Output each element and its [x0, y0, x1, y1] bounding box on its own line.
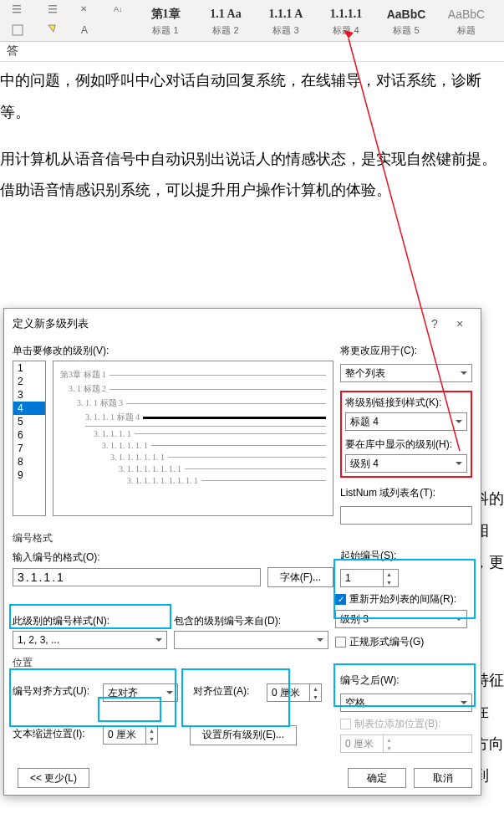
link-style-label: 将级别链接到样式(K): [345, 396, 467, 410]
number-style-label: 此级别的编号样式(N): [13, 614, 167, 628]
style-label: 标题 5 [393, 24, 419, 37]
legal-format-checkbox[interactable]: 正规形式编号(G) [335, 635, 467, 649]
number-style-select[interactable]: 1, 2, 3, ... [13, 631, 167, 649]
set-all-levels-button[interactable]: 设置所有级别(E)... [190, 725, 297, 745]
dialog-footer: << 更少(L) 确定 取消 [4, 761, 481, 795]
show-in-gallery-select[interactable]: 级别 4 [345, 454, 467, 473]
align-at-stepper[interactable]: ▲▼ [267, 683, 322, 702]
level-list-item[interactable]: 1 [13, 361, 45, 375]
ok-button[interactable]: 确定 [348, 768, 406, 788]
start-at-stepper[interactable]: ▲▼ [340, 569, 399, 587]
style-sample: 1.1.1.1 [330, 4, 363, 24]
align-label: 编号对齐方式(U): [13, 684, 96, 699]
level-list-item[interactable]: 7 [13, 442, 45, 455]
position-section: 位置 [13, 656, 472, 670]
spin-down-icon[interactable]: ▼ [146, 735, 157, 744]
number-format-section: 编号格式 [13, 531, 472, 545]
spin-down-icon[interactable]: ▼ [310, 693, 321, 701]
document-body: 中的问题，例如呼叫中心对话自动回复系统，在线辅导，对话系统，诊断等。 用计算机从… [0, 62, 504, 207]
svg-rect-0 [13, 5, 21, 7]
show-in-gallery-label: 要在库中显示的级别(H): [345, 438, 467, 452]
styles-gallery: 第1章 标题 1 1.1 Aa 标题 2 1.1.1 A 标题 3 1.1.1.… [135, 1, 504, 41]
annotation-red-box: 将级别链接到样式(K): 标题 4 要在库中显示的级别(H): 级别 4 [340, 391, 472, 478]
style-sample: AaBbC [448, 4, 485, 24]
style-label: 标题 2 [212, 24, 238, 37]
style-sample: 1.1.1 A [269, 4, 303, 24]
style-heading-5[interactable]: AaBbC 标题 5 [376, 1, 436, 41]
shading-icon[interactable] [45, 23, 59, 38]
level-list-item[interactable]: 6 [13, 428, 45, 442]
style-label: 标题 [457, 24, 476, 37]
click-level-label: 单击要修改的级别(V): [13, 344, 333, 358]
border-icon[interactable] [11, 23, 24, 38]
restart-level-select[interactable]: 级别 3 [335, 610, 467, 628]
level-list-item[interactable]: 5 [13, 415, 45, 428]
style-label: 标题 3 [272, 24, 298, 37]
style-heading-2[interactable]: 1.1 Aa 标题 2 [196, 1, 256, 41]
svg-rect-3 [48, 5, 57, 7]
list-preview: 第3章 标题 13. 1 标题 23. 1. 1 标题 33. 1. 1. 1 … [53, 361, 333, 516]
indent-at-label: 文本缩进位置(I): [13, 727, 96, 741]
dialog-body: 单击要修改的级别(V): 123456789 第3章 标题 13. 1 标题 2… [4, 339, 481, 761]
link-style-select[interactable]: 标题 4 [345, 412, 467, 431]
svg-rect-1 [13, 8, 21, 10]
level-list-item[interactable]: 2 [13, 375, 45, 388]
paragraph-mark-icon[interactable]: A [79, 23, 92, 38]
listnum-input[interactable] [340, 506, 472, 525]
apply-to-select[interactable]: 整个列表 [340, 364, 472, 382]
level-list[interactable]: 123456789 [13, 361, 46, 516]
follow-label: 编号之后(W): [340, 673, 472, 688]
number-format-input[interactable] [13, 568, 261, 586]
paragraph-mini-tools: ✕ A↓ A [2, 1, 135, 41]
cancel-button[interactable]: 取消 [414, 768, 472, 788]
style-heading-4[interactable]: 1.1.1.1 标题 4 [316, 1, 376, 41]
font-button[interactable]: 字体(F)... [267, 567, 333, 587]
style-heading-1[interactable]: 第1章 标题 1 [135, 1, 196, 41]
listnum-label: ListNum 域列表名(T): [340, 486, 472, 500]
include-from-label: 包含的级别编号来自(D): [174, 614, 328, 628]
style-heading-3[interactable]: 1.1.1 A 标题 3 [256, 1, 316, 41]
spin-up-icon[interactable]: ▲ [310, 684, 321, 693]
tab-stop-stepper: ▲▼ [340, 735, 472, 753]
spin-down-icon[interactable]: ▼ [384, 578, 395, 586]
level-list-item[interactable]: 8 [13, 455, 45, 468]
multilevel-list-dialog: 定义新多级列表 ? × 单击要修改的级别(V): 123456789 第3章 标… [3, 308, 481, 796]
spin-up-icon[interactable]: ▲ [384, 570, 395, 578]
restart-list-checkbox[interactable]: ✓重新开始列表的间隔(R): [335, 592, 467, 607]
style-sample: 第1章 [151, 4, 181, 24]
close-button[interactable]: × [447, 317, 472, 330]
spin-up-icon[interactable]: ▲ [146, 727, 157, 735]
include-from-select[interactable] [174, 631, 328, 649]
ribbon-tab-remnant: 答 [0, 42, 504, 62]
align-select[interactable]: 左对齐 [103, 683, 178, 702]
level-list-item[interactable]: 4 [13, 402, 45, 415]
style-title[interactable]: AaBbC 标题 [436, 1, 496, 41]
dialog-titlebar: 定义新多级列表 ? × [4, 309, 481, 339]
svg-rect-4 [48, 8, 57, 10]
style-label: 标题 4 [333, 24, 359, 37]
sort-icon[interactable]: A↓ [113, 3, 126, 18]
svg-text:A: A [81, 24, 88, 36]
level-list-item[interactable]: 9 [13, 468, 45, 482]
indent-at-stepper[interactable]: ▲▼ [103, 726, 158, 745]
less-button[interactable]: << 更少(L) [18, 768, 89, 788]
help-button[interactable]: ? [422, 317, 447, 330]
asian-layout-icon[interactable]: ✕ [79, 3, 92, 18]
svg-text:✕: ✕ [80, 4, 87, 13]
style-sample: 1.1 Aa [210, 4, 241, 24]
indent-increase-icon[interactable] [45, 3, 59, 18]
style-label: 标题 1 [152, 24, 178, 37]
doc-paragraph: 中的问题，例如呼叫中心对话自动回复系统，在线辅导，对话系统，诊断等。 [0, 65, 504, 129]
number-format-label: 输入编号的格式(O): [13, 550, 333, 565]
svg-rect-2 [13, 12, 21, 13]
ribbon: ✕ A↓ A 第1章 标题 1 1.1 Aa 标题 2 1.1.1 A 标题 3… [0, 0, 504, 42]
follow-select[interactable]: 空格 [340, 694, 472, 712]
svg-text:A↓: A↓ [114, 5, 123, 13]
tab-stop-checkbox: 制表位添加位置(B): [340, 717, 472, 731]
level-list-item[interactable]: 3 [13, 388, 45, 402]
style-sample: AaBbC [387, 4, 426, 24]
indent-decrease-icon[interactable] [11, 3, 24, 18]
apply-to-label: 将更改应用于(C): [340, 344, 472, 358]
dialog-title: 定义新多级列表 [13, 316, 422, 331]
align-at-label: 对齐位置(A): [193, 684, 260, 699]
